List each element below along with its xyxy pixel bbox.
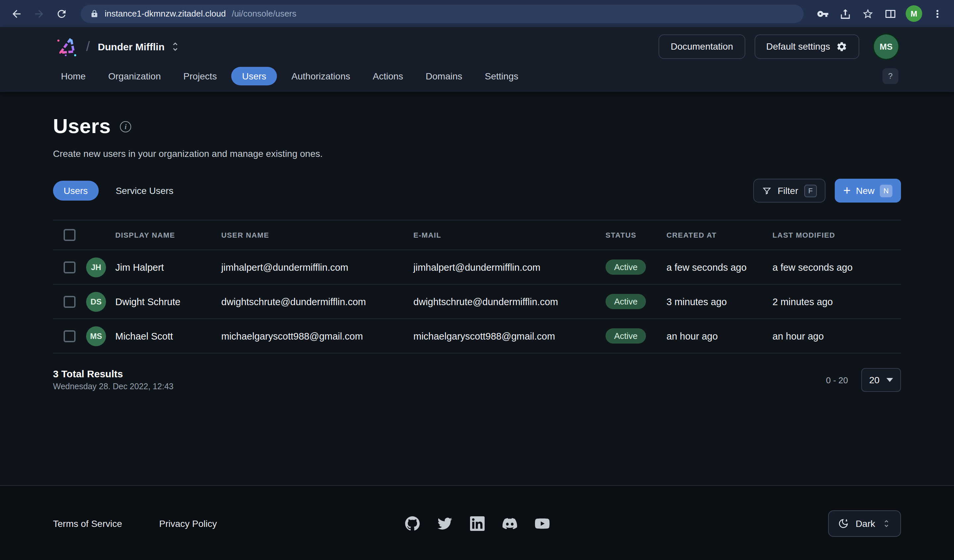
share-icon[interactable] (836, 4, 855, 23)
cell-last-modified: an hour ago (772, 331, 901, 341)
table-footer: 3 Total Results Wednesday 28. Dec 2022, … (53, 368, 901, 392)
side-panel-icon[interactable] (881, 4, 900, 23)
select-all-checkbox[interactable] (64, 229, 76, 241)
unfold-more-icon (882, 519, 891, 528)
linkedin-icon[interactable] (469, 516, 485, 531)
forward-icon[interactable] (29, 4, 49, 23)
col-created-at: CREATED AT (666, 231, 772, 239)
youtube-icon[interactable] (534, 516, 550, 531)
zitadel-logo-icon[interactable] (53, 33, 80, 59)
filter-label: Filter (778, 185, 798, 196)
filter-button[interactable]: Filter F (753, 179, 825, 202)
cell-user-name: jimhalpert@dundermifflin.com (221, 262, 413, 272)
avatar: MS (86, 326, 106, 346)
screen: instance1-dkmnzw.zitadel.cloud/ui/consol… (0, 0, 954, 560)
address-bar[interactable]: instance1-dkmnzw.zitadel.cloud/ui/consol… (81, 4, 804, 23)
user-avatar[interactable]: MS (874, 34, 898, 59)
moon-icon (839, 518, 849, 529)
url-path: /ui/console/users (232, 9, 296, 19)
results-timestamp: Wednesday 28. Dec 2022, 12:43 (53, 382, 173, 391)
documentation-label: Documentation (671, 41, 733, 51)
org-switcher-icon[interactable] (170, 41, 181, 52)
cell-last-modified: a few seconds ago (772, 262, 901, 272)
header-actions: Documentation Default settings MS (659, 34, 898, 59)
social-links (404, 516, 550, 531)
table-header-row: DISPLAY NAME USER NAME E-MAIL STATUS CRE… (53, 220, 901, 250)
tab-service-users[interactable]: Service Users (105, 181, 184, 201)
cell-last-modified: 2 minutes ago (772, 296, 901, 307)
main-nav: Home Organization Projects Users Authori… (0, 65, 954, 92)
browser-profile-avatar[interactable]: M (906, 5, 922, 22)
page-size-select[interactable]: 20 (861, 368, 901, 392)
org-name: Dunder Mifflin (98, 41, 165, 52)
nav-item-users[interactable]: Users (232, 67, 277, 86)
page-size-value: 20 (869, 375, 879, 385)
zitadel-console: / Dunder Mifflin Documentation Default s… (0, 27, 954, 560)
theme-selector[interactable]: Dark (828, 510, 901, 537)
browser-toolbar: instance1-dkmnzw.zitadel.cloud/ui/consol… (0, 0, 954, 27)
terms-of-service-link[interactable]: Terms of Service (53, 518, 122, 529)
lock-icon (90, 9, 99, 18)
default-settings-label: Default settings (766, 41, 830, 51)
github-icon[interactable] (404, 516, 420, 531)
browser-menu-icon[interactable] (928, 4, 947, 23)
row-checkbox[interactable] (64, 296, 76, 308)
row-checkbox[interactable] (64, 330, 76, 342)
status-badge: Active (606, 260, 646, 275)
table-row[interactable]: DS Dwight Schrute dwightschrute@dundermi… (53, 285, 901, 319)
info-icon[interactable]: i (120, 121, 131, 132)
discord-icon[interactable] (502, 516, 517, 531)
nav-item-actions[interactable]: Actions (365, 67, 411, 86)
privacy-policy-link[interactable]: Privacy Policy (159, 518, 217, 529)
cell-created-at: an hour ago (666, 331, 772, 341)
nav-item-settings[interactable]: Settings (477, 67, 526, 86)
cell-display-name: Dwight Schrute (115, 296, 221, 307)
users-table: DISPLAY NAME USER NAME E-MAIL STATUS CRE… (53, 220, 901, 353)
cell-user-name: michaelgaryscott988@gmail.com (221, 331, 413, 341)
page-subtitle: Create new users in your organization an… (53, 148, 901, 159)
browser-actions: M (813, 4, 947, 23)
back-icon[interactable] (7, 4, 26, 23)
nav-item-authorizations[interactable]: Authorizations (284, 67, 358, 86)
twitter-icon[interactable] (437, 516, 452, 531)
default-settings-button[interactable]: Default settings (754, 34, 859, 59)
status-badge: Active (606, 294, 646, 309)
theme-label: Dark (856, 518, 875, 529)
documentation-button[interactable]: Documentation (659, 34, 745, 59)
col-status: STATUS (606, 231, 666, 239)
bookmark-star-icon[interactable] (858, 4, 878, 23)
new-shortcut-badge: N (880, 184, 892, 197)
help-button[interactable]: ? (882, 68, 898, 84)
cell-created-at: a few seconds ago (666, 262, 772, 272)
cell-created-at: 3 minutes ago (666, 296, 772, 307)
nav-item-projects[interactable]: Projects (176, 67, 225, 86)
cell-email: michaelgaryscott988@gmail.com (413, 331, 606, 341)
cell-display-name: Jim Halpert (115, 262, 221, 272)
users-toolbar: Users Service Users Filter F + New N (53, 179, 901, 202)
tab-users[interactable]: Users (53, 181, 98, 201)
status-badge: Active (606, 328, 646, 344)
nav-item-domains[interactable]: Domains (418, 67, 470, 86)
col-user-name: USER NAME (221, 231, 413, 239)
table-row[interactable]: MS Michael Scott michaelgaryscott988@gma… (53, 319, 901, 353)
reload-icon[interactable] (51, 4, 72, 23)
cell-email: jimhalpert@dundermifflin.com (413, 262, 606, 272)
page-range: 0 - 20 (826, 375, 848, 385)
main-content: Users i Create new users in your organiz… (0, 92, 954, 486)
password-key-icon[interactable] (813, 4, 833, 23)
table-row[interactable]: JH Jim Halpert jimhalpert@dundermifflin.… (53, 250, 901, 285)
filter-shortcut-badge: F (804, 184, 817, 197)
avatar: DS (86, 292, 106, 311)
cell-user-name: dwightschrute@dundermifflin.com (221, 296, 413, 307)
total-results: 3 Total Results (53, 368, 173, 379)
nav-item-home[interactable]: Home (53, 67, 94, 86)
nav-item-organization[interactable]: Organization (100, 67, 169, 86)
app-header: / Dunder Mifflin Documentation Default s… (0, 27, 954, 92)
paginator: 0 - 20 20 (826, 368, 901, 392)
cell-email: dwightschrute@dundermifflin.com (413, 296, 606, 307)
new-user-button[interactable]: + New N (835, 179, 901, 202)
col-display-name: DISPLAY NAME (115, 231, 221, 239)
row-checkbox[interactable] (64, 261, 76, 273)
plus-icon: + (843, 184, 851, 196)
cell-display-name: Michael Scott (115, 331, 221, 341)
